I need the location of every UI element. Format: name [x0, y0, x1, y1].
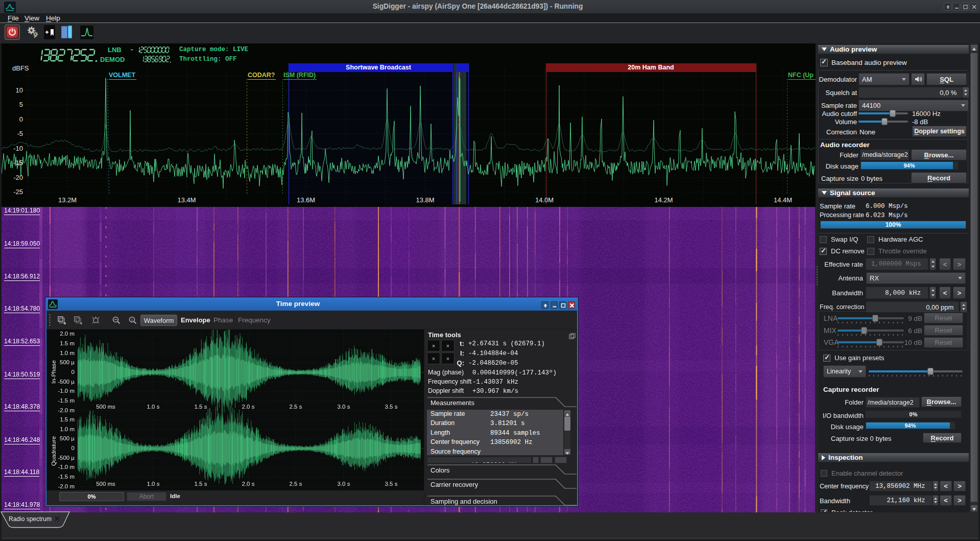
- svg-text:1: 1: [131, 318, 133, 322]
